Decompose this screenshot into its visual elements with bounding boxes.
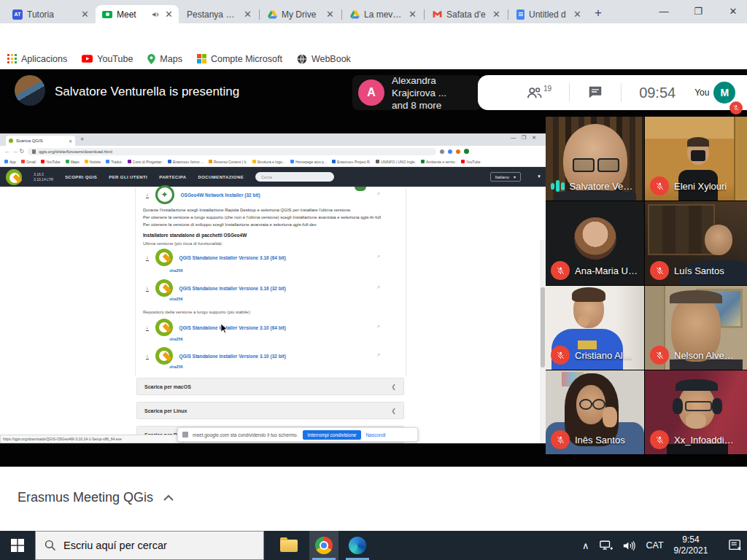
osgeo-download-row: ↓ ✦ OSGeo4W Network Installer (32 bit) <box>146 185 260 204</box>
standalone-heading: Installatore standalone di pacchetti OSG… <box>143 232 400 239</box>
presented-address-bar: ← → ↻ qgis.org/it/site/forusers/download… <box>0 146 546 157</box>
tab-new[interactable]: Pestanya nova ✕ <box>180 5 258 23</box>
tab-safata[interactable]: Safata d'e ✕ <box>426 5 506 23</box>
bookmark-webbook[interactable]: WebBook <box>297 54 351 64</box>
mic-muted-icon <box>551 346 570 365</box>
tab-mydrive[interactable]: My Drive ✕ <box>261 5 340 23</box>
tile-ines[interactable]: Inês Santos <box>546 370 644 454</box>
mic-muted-icon <box>551 261 570 280</box>
tab-label: Tutoria <box>27 9 75 20</box>
download-icon: ↓ <box>146 285 149 292</box>
taskbar-time: 9:54 <box>674 534 708 545</box>
language-indicator[interactable]: CAT <box>646 540 664 551</box>
you-label: You <box>694 88 709 98</box>
tab-label: Pestanya nova <box>187 9 238 20</box>
accordion-linux: Scarica per Linux❮ <box>136 402 404 419</box>
face <box>705 225 732 255</box>
tray-expand-icon[interactable]: ∧ <box>582 540 589 551</box>
download-icon: ↓ <box>146 254 149 261</box>
divider <box>569 83 570 102</box>
tile-nelson[interactable]: Nelson Alve… <box>645 286 747 370</box>
qgis-menu-item: SCOPRI QGIS <box>65 175 97 179</box>
network-icon[interactable] <box>600 540 613 551</box>
tab-separator <box>508 9 508 20</box>
hand <box>603 407 617 427</box>
tab-lameva[interactable]: La meva u ✕ <box>344 5 422 23</box>
nav-icons: ← → ↻ <box>4 148 24 155</box>
tab-close-icon[interactable]: ✕ <box>407 9 418 19</box>
tab-close-icon[interactable]: ✕ <box>325 9 336 19</box>
extension-icon <box>440 149 444 154</box>
meeting-details-button[interactable]: Erasmus Meeting QGis <box>18 490 174 505</box>
self-mic-muted-icon <box>729 101 743 114</box>
sha256-link: sha256 <box>169 365 183 369</box>
tab-close-icon[interactable]: ✕ <box>572 9 583 19</box>
presented-tab-strip: Scarica QGIS ✕ + —❐✕ <box>0 133 546 146</box>
apps-grid-icon <box>7 54 17 63</box>
bookmark-label: Compte Microsoft <box>211 54 282 64</box>
stop-sharing-button[interactable]: Interrompi condivisione <box>303 430 362 440</box>
glasses <box>579 399 592 410</box>
tab-close-icon[interactable]: ✕ <box>242 9 253 19</box>
tab-label: My Drive <box>282 9 320 20</box>
scrollbar-thumb[interactable] <box>541 287 545 368</box>
start-button[interactable] <box>3 531 32 560</box>
tile-cristiano[interactable]: Cristiano Al… <box>546 286 644 370</box>
tab-close-icon[interactable]: ✕ <box>163 9 174 19</box>
gmail-icon <box>433 10 442 18</box>
window-close-button[interactable]: ✕ <box>721 0 746 22</box>
presented-tab-title: Scarica QGIS <box>16 139 66 143</box>
latest-label: Ultima versione (più ricca di funzionali… <box>143 241 400 248</box>
drive-icon <box>350 10 360 19</box>
bookmark-aplicacions[interactable]: Aplicacions <box>7 54 67 64</box>
hide-share-bar-button[interactable]: Nascondi <box>365 432 385 438</box>
participant-count: 19 <box>543 85 551 93</box>
volume-icon[interactable] <box>623 540 636 551</box>
tile-infoaddi[interactable]: Xx_Infoaddi… <box>645 370 747 454</box>
status-bar-link: https://qgis.org/downloads/QGIS-OSGeo4W-… <box>0 435 184 443</box>
action-center-icon[interactable] <box>728 539 743 552</box>
tab-meet[interactable]: Meet ✕ <box>96 5 179 23</box>
browser-tab-strip: AT Tutoria ✕ Meet ✕ Pestanya nova ✕ My D… <box>0 0 747 23</box>
install-paragraph: Per ottenere la versione a lungo support… <box>143 214 400 222</box>
caret-icon: ▼ <box>537 174 541 179</box>
bookmark-maps[interactable]: Maps <box>147 54 182 64</box>
tab-separator <box>341 9 342 20</box>
scrollbar[interactable] <box>540 240 546 443</box>
self-view[interactable]: You M <box>694 82 735 104</box>
taskbar-search[interactable]: Escriu aquí per cercar <box>35 531 264 560</box>
window-minimize-button[interactable]: — <box>651 0 676 22</box>
glasses <box>685 401 712 411</box>
new-tab-button[interactable]: + <box>595 6 602 20</box>
tab-close-icon[interactable]: ✕ <box>491 9 502 19</box>
download-icon: ↓ <box>146 353 149 359</box>
participants-button[interactable]: 19 <box>526 85 551 101</box>
tab-untitled[interactable]: Untitled d ✕ <box>510 5 587 23</box>
tile-salvatore[interactable]: Salvatore Ve… <box>546 117 644 201</box>
face-mask <box>691 150 705 161</box>
installer-link: QGIS Standalone Installer Versione 3.10 … <box>179 354 286 359</box>
bookmark-microsoft[interactable]: Compte Microsoft <box>197 54 282 64</box>
file-explorer-icon[interactable] <box>274 531 303 560</box>
tab-audio-icon[interactable] <box>152 11 159 18</box>
participants-pill[interactable]: A Alexandra Krajcirova ... and 8 more <box>352 75 481 110</box>
tile-eleni[interactable]: Eleni Xylouri <box>645 117 747 201</box>
tile-luis[interactable]: Luís Santos <box>645 201 747 285</box>
browser-address-bar: ← → ↻ meet.google.com/woc-yhmx-sof A文 ☆ … <box>0 23 747 48</box>
tile-anamaria[interactable]: Ana-Maria U… <box>546 201 644 285</box>
qgis-search-field: Cerca <box>255 172 334 182</box>
headset-earcup <box>712 398 722 414</box>
chrome-taskbar-icon[interactable] <box>309 531 338 560</box>
bookmark-youtube[interactable]: YouTube <box>82 54 133 64</box>
qgis-logo <box>155 279 173 297</box>
clock-date[interactable]: 9:54 9/2/2021 <box>674 534 708 556</box>
edge-taskbar-icon[interactable] <box>343 531 372 560</box>
window-restore-button[interactable]: ❐ <box>686 0 711 22</box>
tab-close-icon[interactable]: ✕ <box>80 9 90 19</box>
accordion-macos: Scarica per macOS❮ <box>136 378 404 395</box>
mic-muted-icon <box>551 430 570 449</box>
cabinet <box>648 204 715 255</box>
pill-more: and 8 more <box>392 99 481 112</box>
tab-tutoria[interactable]: AT Tutoria ✕ <box>6 5 95 23</box>
chat-icon[interactable] <box>587 85 603 101</box>
